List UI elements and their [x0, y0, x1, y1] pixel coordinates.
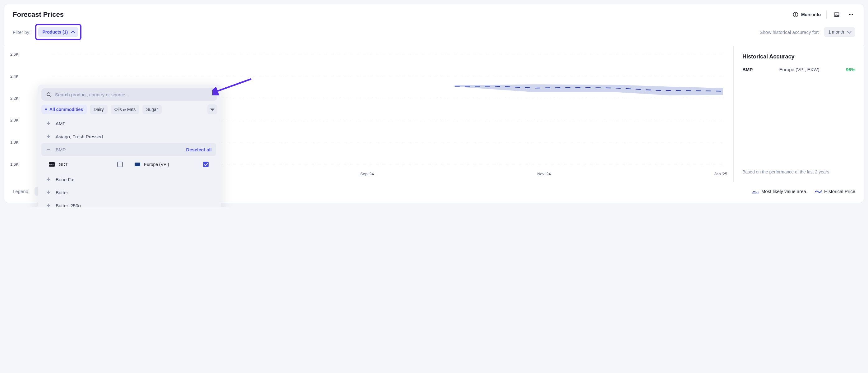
accuracy-period-label: Show historical accuracy for: — [760, 30, 819, 35]
area-band-icon — [752, 189, 759, 194]
svg-point-14 — [47, 93, 50, 96]
legend-most-likely[interactable]: Most likely value area — [752, 189, 806, 194]
accuracy-source: Europe (VPI, EXW) — [779, 67, 819, 72]
product-search[interactable] — [41, 88, 217, 101]
filter-icon — [209, 106, 215, 113]
category-tabs: All commodities Dairy Oils & Fats Sugar — [41, 104, 217, 114]
product-row-amf[interactable]: AMF — [41, 117, 216, 130]
accuracy-row: BMP Europe (VPI, EXW) 96% — [742, 67, 855, 72]
annotation-highlight: Products (1) — [35, 24, 82, 40]
source-gdt-checkbox[interactable] — [117, 162, 123, 167]
card-header: Forecast Prices More info — [4, 4, 864, 21]
source-option-europe-vpi[interactable]: Europe (VPI) — [131, 159, 212, 170]
x-tick: Nov '24 — [537, 172, 551, 176]
more-info-button[interactable]: More info — [793, 11, 821, 18]
source-option-gdt[interactable]: GDTGDT — [46, 159, 126, 170]
product-row-bone-fat[interactable]: Bone Fat — [41, 173, 216, 186]
product-name: BMP — [56, 147, 66, 152]
collapse-icon — [46, 147, 51, 152]
product-search-input[interactable] — [55, 92, 213, 97]
legend-historical-price[interactable]: Historical Price — [815, 189, 855, 194]
svg-point-6 — [850, 14, 851, 15]
filter-by-label: Filter by: — [13, 30, 31, 35]
source-label: GDT — [59, 162, 68, 167]
accuracy-period-select[interactable]: 1 month — [824, 27, 855, 37]
svg-point-7 — [852, 14, 853, 15]
products-dropdown-panel: All commodities Dairy Oils & Fats Sugar … — [38, 85, 221, 207]
source-europe-checkbox[interactable] — [203, 162, 209, 167]
accuracy-percent: 96% — [846, 67, 855, 72]
card-body: 2.6K2.4K2.2K2.0K1.8K1.6K 24Sep '24Nov '2… — [4, 46, 864, 182]
accuracy-product: BMP — [742, 67, 753, 72]
expand-icon — [46, 121, 51, 126]
dots-horizontal-icon — [848, 11, 854, 18]
x-tick: Sep '24 — [360, 172, 374, 176]
search-icon — [46, 91, 52, 98]
more-info-label: More info — [801, 12, 821, 17]
eu-flag-icon — [135, 162, 140, 166]
category-oils-fats[interactable]: Oils & Fats — [111, 105, 139, 114]
products-filter-dropdown[interactable]: Products (1) — [38, 27, 79, 37]
header-actions: More info — [793, 10, 855, 19]
x-tick: Jan '25 — [714, 172, 727, 176]
expand-icon — [46, 177, 51, 182]
product-list[interactable]: AMFAsiago, Fresh PressedBMPDeselect allG… — [41, 117, 217, 207]
category-all-commodities[interactable]: All commodities — [41, 105, 87, 114]
product-row-butter-250g[interactable]: Butter, 250g — [41, 199, 216, 207]
historical-accuracy-panel: Historical Accuracy BMP Europe (VPI, EXW… — [733, 46, 864, 182]
source-label: Europe (VPI) — [144, 162, 169, 167]
legend-label: Legend: — [13, 189, 30, 194]
overflow-menu-button[interactable] — [846, 10, 855, 19]
product-name: Bone Fat — [56, 177, 74, 182]
export-image-button[interactable] — [832, 10, 841, 19]
product-row-bmp[interactable]: BMPDeselect all — [41, 143, 216, 156]
accuracy-footer: Based on the performance of the last 2 y… — [742, 157, 855, 175]
forecast-prices-card: Forecast Prices More info Filter by: Pro… — [4, 4, 864, 203]
svg-line-15 — [50, 95, 51, 97]
product-row-butter[interactable]: Butter — [41, 186, 216, 199]
deselect-all-button[interactable]: Deselect all — [186, 147, 212, 152]
expand-icon — [46, 203, 51, 207]
product-row-asiago-fresh-pressed[interactable]: Asiago, Fresh Pressed — [41, 130, 216, 143]
product-name: Asiago, Fresh Pressed — [56, 134, 103, 139]
category-sugar[interactable]: Sugar — [143, 105, 161, 114]
chart-column: 2.6K2.4K2.2K2.0K1.8K1.6K 24Sep '24Nov '2… — [4, 46, 733, 182]
expand-icon — [46, 190, 51, 195]
page-title: Forecast Prices — [13, 10, 64, 19]
category-dairy[interactable]: Dairy — [90, 105, 107, 114]
info-icon — [793, 11, 799, 18]
product-name: AMF — [56, 121, 66, 126]
product-source-row: GDTGDTEurope (VPI) — [41, 156, 216, 173]
filter-bar: Filter by: Products (1) Show historical … — [4, 21, 864, 46]
svg-point-2 — [795, 13, 796, 14]
product-name: Butter, 250g — [56, 203, 81, 207]
gdt-badge-icon: GDT — [49, 162, 55, 166]
accuracy-panel-title: Historical Accuracy — [742, 54, 855, 60]
line-icon — [815, 189, 822, 194]
expand-icon — [46, 134, 51, 139]
divider — [826, 10, 827, 19]
product-name: Butter — [56, 190, 68, 195]
filter-options-button[interactable] — [207, 104, 217, 114]
image-icon — [834, 11, 840, 18]
svg-point-5 — [849, 14, 850, 15]
